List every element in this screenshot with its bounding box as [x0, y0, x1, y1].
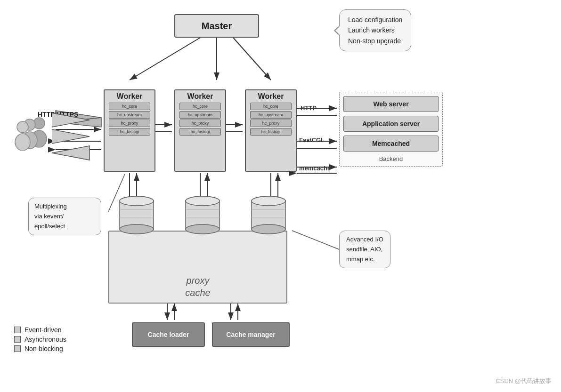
legend-square-3 [14, 345, 21, 352]
svg-marker-43 [52, 146, 89, 160]
fastcgi-proto-label: FastCGI [299, 136, 323, 144]
worker-2-title: Worker [187, 92, 213, 101]
multiplexing-text: Multiplexingvia kevent/epoll/select [34, 203, 67, 230]
proxy-cache-box: proxycache [108, 231, 287, 304]
worker-2-mod-proxy: hc_proxy [179, 120, 221, 127]
watermark: CSDN @代码讲故事 [496, 377, 552, 385]
legend-label-1: Event-driven [24, 326, 62, 334]
worker-3-mod-core: hc_core [250, 103, 292, 110]
speech-bubble-text: Load configurationLaunch workersNon-stop… [348, 16, 402, 45]
svg-line-6 [233, 38, 271, 80]
memcache-proto-label: memcache [299, 165, 331, 172]
cache-manager-label: Cache manager [226, 331, 275, 338]
svg-marker-12 [56, 118, 101, 127]
worker-1: Worker hc_core hc_upstream hc_proxy hc_f… [104, 89, 155, 172]
cache-manager-box: Cache manager [212, 322, 290, 347]
memcached-box: Memcached [343, 136, 439, 152]
worker-1-title: Worker [117, 92, 143, 101]
svg-point-59 [252, 196, 285, 206]
worker-3-mod-upstream: hc_upstream [250, 111, 292, 119]
worker-2-mod-upstream: hc_upstream [179, 111, 221, 119]
speech-bubble: Load configurationLaunch workersNon-stop… [339, 9, 411, 51]
app-server-box: Application server [343, 116, 439, 132]
svg-point-44 [120, 196, 154, 206]
legend-label-3: Non-blocking [24, 345, 63, 352]
web-server-box: Web server [343, 96, 439, 112]
svg-line-33 [108, 174, 125, 212]
worker-3: Worker hc_core hc_upstream hc_proxy hc_f… [245, 89, 297, 172]
worker-1-mod-upstream: hc_upstream [109, 111, 150, 119]
worker-2-mod-fastcgi: hc_fastcgi [179, 128, 221, 136]
worker-1-mod-fastcgi: hc_fastcgi [109, 128, 150, 136]
svg-point-56 [252, 196, 285, 206]
worker-3-title: Worker [258, 92, 284, 101]
multiplexing-callout: Multiplexingvia kevent/epoll/select [28, 198, 101, 235]
legend-item-non-blocking: Non-blocking [14, 345, 66, 352]
worker-2-mod-core: hc_core [179, 103, 221, 110]
proxy-cache-label: proxycache [185, 274, 210, 299]
svg-line-5 [130, 38, 200, 80]
svg-rect-45 [120, 201, 154, 229]
cache-loader-label: Cache loader [148, 331, 189, 338]
svg-rect-51 [186, 201, 220, 229]
legend-item-asynchronous: Asynchronous [14, 336, 66, 343]
advanced-io-text: Advanced I/Osendfile, AIO,mmap etc. [346, 236, 383, 263]
backend-label: Backend [343, 155, 439, 162]
legend-square-1 [14, 327, 21, 333]
svg-point-47 [120, 196, 154, 206]
http-proto-label: HTTP [301, 104, 317, 112]
svg-point-39 [17, 121, 28, 133]
legend-square-2 [14, 336, 21, 343]
svg-line-34 [292, 231, 339, 249]
legend-label-2: Asynchronous [24, 336, 66, 343]
worker-2: Worker hc_core hc_upstream hc_proxy hc_f… [174, 89, 226, 172]
master-box: Master [174, 14, 259, 38]
backend-container: Web server Application server Memcached … [339, 92, 443, 167]
svg-rect-57 [252, 201, 285, 229]
svg-marker-42 [52, 129, 89, 144]
worker-3-mod-proxy: hc_proxy [250, 120, 292, 127]
users-icon [13, 113, 56, 151]
cache-loader-box: Cache loader [132, 322, 205, 347]
worker-3-mod-fastcgi: hc_fastcgi [250, 128, 292, 136]
svg-point-50 [186, 196, 220, 206]
diagram-container: Master Load configurationLaunch workersN… [0, 0, 561, 392]
worker-1-mod-proxy: hc_proxy [109, 120, 150, 127]
svg-point-40 [15, 134, 30, 151]
legend: Event-driven Asynchronous Non-blocking [14, 326, 66, 354]
master-label: Master [202, 21, 232, 32]
advanced-io-callout: Advanced I/Osendfile, AIO,mmap etc. [339, 231, 390, 268]
svg-point-53 [186, 196, 220, 206]
legend-item-event-driven: Event-driven [14, 326, 66, 334]
worker-1-mod-core: hc_core [109, 103, 150, 110]
